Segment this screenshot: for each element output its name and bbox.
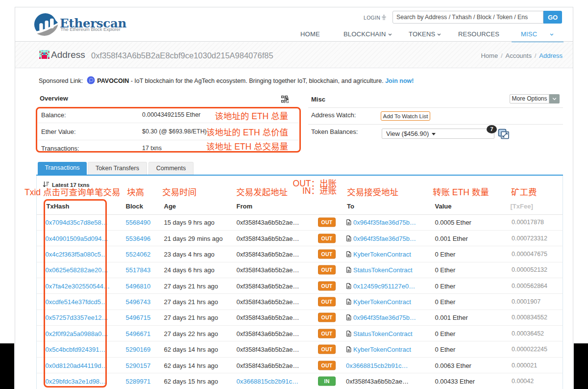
tx-to-link[interactable]: StatusTokenContract [353,330,413,337]
nav-item-blockchain[interactable]: BLOCKCHAIN [343,30,392,38]
tx-to-link[interactable]: StatusTokenContract [353,266,413,274]
add-to-watch-list-button[interactable]: Add To Watch List [381,111,430,121]
chevron-down-icon [550,33,554,36]
tx-value: 0.001 Ether [435,314,468,321]
tx-fee: 0.000052132 [512,266,547,273]
block-link[interactable]: 5496715 [126,314,151,321]
qr-code-icon[interactable] [280,96,289,103]
more-options-button[interactable]: More Options [510,94,560,104]
block-link[interactable]: 5496743 [126,298,151,306]
nav-item-home[interactable]: HOME [300,30,320,38]
breadcrumb-accounts[interactable]: Accounts [505,52,531,59]
tx-from: 0xf358f43a6b5b2ae… [237,346,299,353]
sponsored-link-row: Sponsored Link: PAVOCOIN - IoT blockchai… [39,76,414,84]
contract-icon [346,346,351,353]
chevron-down-icon [552,98,557,100]
tab-transactions[interactable]: Transactions [38,162,87,175]
tx-from: 0xf358f43a6b5b2ae… [237,282,299,289]
tx-to-link[interactable]: 0x964f35fae36d75b… [353,219,416,226]
sponsored-name[interactable]: PAVOCOIN [97,78,129,84]
overview-row-value: $0.30 (@ $693.98/ETH) [142,128,207,135]
tx-to: KyberTokenContract [346,346,411,353]
misc-separator-2 [308,124,563,125]
tx-to: 0x3668815cb2b91c… [346,362,408,369]
search-input[interactable] [392,11,543,24]
tx-to-link[interactable]: 0x964f35fae36d75b… [353,234,416,242]
tx-value: 0 Ether [435,346,456,353]
tab-label: Token Transfers [88,165,147,172]
block-link[interactable]: 5290169 [126,346,151,353]
tx-from-link[interactable]: 0x3668815cb2b91c… [237,378,299,385]
tx-to-link[interactable]: KyberTokenContract [353,250,411,258]
breadcrumb-address[interactable]: Address [539,52,563,59]
contract-icon [346,235,351,241]
tx-from: 0xf358f43a6b5b2ae… [237,314,299,321]
tx-value: 0.001 Ether [435,234,468,242]
column-header-txfee: [TxFee] [511,203,533,210]
overview-row-annotation: 该地址 ETH 总交易量 [206,142,288,151]
block-link[interactable]: 5496671 [126,330,151,337]
overview-row-separator [38,123,299,123]
block-link[interactable]: 5517843 [126,266,151,274]
block-link[interactable]: 5290157 [126,362,151,369]
user-icon [382,15,386,20]
more-options-label[interactable]: More Options [510,94,549,104]
block-link[interactable]: 5289971 [126,378,151,385]
tx-value: 0.0063 Ether [435,362,471,369]
etherscan-page: Etherscan The Ethereum Block Explorer LO… [15,7,573,389]
nav-item-misc[interactable]: MISC [521,30,554,38]
nav-item-tokens[interactable]: TOKENS [409,30,441,38]
tx-to-link[interactable]: KyberTokenContract [353,298,411,306]
expand-icon[interactable] [498,129,510,139]
tx-to-link[interactable]: 0x3668815cb2b91c… [346,362,408,369]
tx-to: 0x964f35fae36d75b… [346,219,416,226]
more-options-caret[interactable] [549,94,560,104]
tx-to-link[interactable]: 0x12459c951127e0… [353,282,415,289]
tab-comments[interactable]: Comments [148,162,194,175]
overview-row-separator [38,140,299,140]
block-link[interactable]: 5524062 [126,250,151,258]
txhash-annotation-box [44,199,107,388]
tx-value: 0 Ether [435,282,456,289]
transaction-row: 0x29bfdc3a2e1d98…528997162 days 15 hrs a… [37,373,563,389]
sponsored-cta[interactable]: Join now! [385,78,414,84]
tx-age: 62 days 14 hrs ago [164,362,219,369]
contract-icon [346,299,351,305]
column-header-from: From [237,203,253,210]
direction-badge-out: OUT [318,265,336,275]
login-link[interactable]: LOGIN [364,15,380,21]
transaction-row: 0x57257d3357ee12…549671527 days 21 hrs a… [37,310,563,326]
token-count-badge: 7 [487,125,497,133]
tx-to-link[interactable]: KyberTokenContract [353,346,411,353]
annotation-direction-in: IN：进账 [302,186,337,195]
tx-from: 0xf358f43a6b5b2ae… [237,250,299,258]
direction-badge-out: OUT [318,218,336,227]
tx-value: 0 Ether [435,330,456,337]
contract-icon [346,283,351,289]
token-balances-label: Token Balances: [311,128,358,135]
address-strip: Address 0xf358f43A6b5B2aE8cbf9ce1030d215… [15,42,573,68]
misc-separator-1 [308,107,563,108]
tx-fee: 0.000021 [512,362,537,369]
contract-icon [346,219,351,226]
breadcrumb-home[interactable]: Home [481,52,498,59]
direction-badge-out: OUT [318,281,336,290]
sponsored-text: - IoT blockchain for the AgTech ecosyste… [131,78,384,84]
block-link[interactable]: 5496810 [126,282,151,289]
search-go-button[interactable]: GO [543,11,562,24]
tx-from: 0xf358f43a6b5b2ae… [237,330,299,337]
transaction-row: 0x5c4bcbfd924391…529016962 days 14 hrs a… [37,341,563,357]
block-link[interactable]: 5568490 [126,219,151,226]
column-header-value: Value [435,203,452,210]
overview-row-label: Balance: [41,111,66,119]
nav-item-resources[interactable]: RESOURCES [458,30,499,38]
tab-token-transfers[interactable]: Token Transfers [88,162,147,175]
tx-from: 0xf358f43a6b5b2ae… [237,298,299,306]
tx-to-link[interactable]: 0x964f35fae36d75b… [353,314,416,321]
tx-from: 0xf358f43a6b5b2ae… [237,234,299,242]
block-link[interactable]: 5536496 [126,234,151,242]
tx-value: 0.0005 Ether [435,219,471,226]
direction-badge-out: OUT [318,233,336,243]
token-select-value: View ($456.90) [386,130,429,137]
token-balances-select[interactable]: View ($456.90) [382,129,494,139]
